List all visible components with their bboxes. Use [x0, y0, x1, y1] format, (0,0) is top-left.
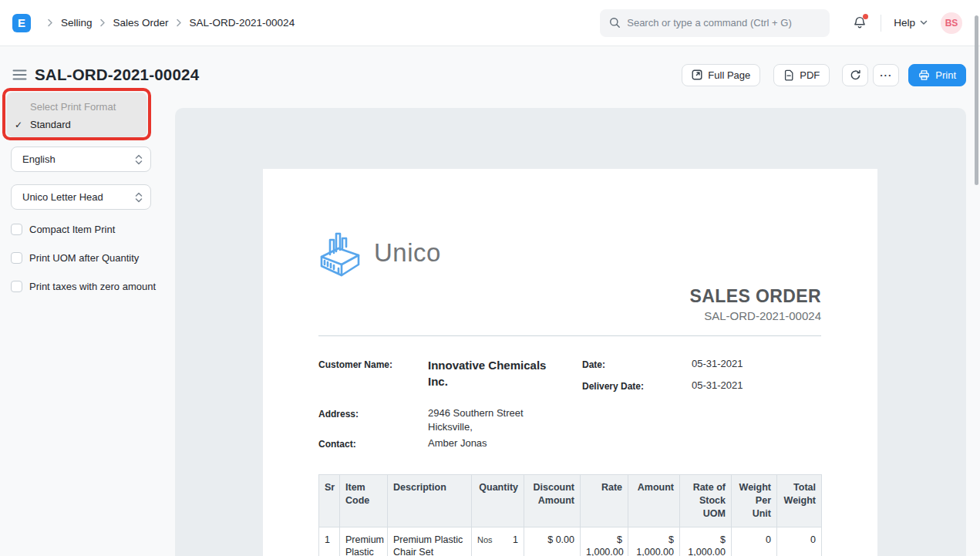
checkbox-compact-item-print[interactable]: Compact Item Print: [11, 224, 115, 235]
print-format-placeholder-option[interactable]: Select Print Format: [7, 98, 146, 116]
checkbox-label: Compact Item Print: [29, 224, 115, 235]
full-page-button[interactable]: Full Page: [682, 64, 760, 86]
refresh-button[interactable]: [842, 64, 868, 86]
document-number: SAL-ORD-2021-00024: [318, 309, 821, 322]
cell-qty-value: 1: [513, 534, 518, 547]
fields-left-column: Customer Name: Innovative Chemicals Inc.…: [318, 357, 582, 451]
address-label: Address:: [318, 406, 428, 433]
col-header-description: Description: [388, 474, 472, 527]
user-avatar[interactable]: BS: [941, 12, 962, 34]
more-options-button[interactable]: ···: [873, 64, 899, 86]
checkbox-label: Print taxes with zero amount: [29, 281, 156, 292]
col-header-rate-of-stock-uom: Rate of Stock UOM: [680, 474, 732, 527]
breadcrumb: Selling Sales Order SAL-ORD-2021-00024: [40, 17, 295, 29]
ellipsis-icon: ···: [880, 69, 892, 81]
print-label: Print: [935, 69, 956, 81]
cell-sr: 1: [319, 527, 340, 556]
delivery-date-row: Delivery Date: 05-31-2021: [582, 379, 821, 393]
help-menu[interactable]: Help: [894, 17, 928, 29]
cell-rate: $ 1,000.00: [581, 527, 628, 556]
letterhead-company-name: Unico: [374, 238, 441, 268]
page-title: SAL-ORD-2021-00024: [35, 66, 199, 84]
cell-description: Premium Plastic Chair Set: [388, 527, 472, 556]
checkbox-print-uom-after-quantity[interactable]: Print UOM after Quantity: [11, 252, 139, 264]
breadcrumb-sales-order[interactable]: Sales Order: [113, 17, 169, 29]
fields-right-column: Date: 05-31-2021 Delivery Date: 05-31-20…: [582, 357, 821, 451]
navbar-left: E Selling Sales Order SAL-ORD-2021-00024: [12, 14, 295, 32]
col-header-sr: Sr: [319, 474, 340, 527]
letterhead-value: Unico Letter Head: [22, 191, 103, 203]
checkbox-print-taxes-zero-amount[interactable]: Print taxes with zero amount: [11, 281, 156, 292]
document-title: SALES ORDER: [318, 286, 821, 307]
customer-name-value: Innovative Chemicals Inc.: [428, 357, 547, 389]
sidebar-toggle-icon[interactable]: [12, 69, 27, 80]
search-icon: [609, 17, 621, 29]
global-search[interactable]: [600, 9, 830, 37]
scrollbar[interactable]: [975, 15, 978, 185]
address-row: Address: 2946 Southern Street Hicksville…: [318, 406, 582, 433]
refresh-icon: [850, 69, 861, 81]
col-header-quantity: Quantity: [472, 474, 524, 527]
annotation-highlight-box: Select Print Format ✓ Standard: [2, 88, 151, 140]
pdf-file-icon: [783, 69, 794, 81]
customer-name-label: Customer Name:: [318, 357, 428, 389]
delivery-date-value: 05-31-2021: [692, 379, 743, 393]
chevron-right-icon: [176, 19, 183, 27]
language-select[interactable]: English: [11, 147, 151, 172]
notification-dot: [863, 14, 868, 19]
print-format-dropdown: Select Print Format ✓ Standard: [7, 93, 146, 136]
navbar-right: Help BS: [600, 9, 962, 37]
items-table: Sr Item Code Description Quantity Discou…: [318, 474, 822, 556]
language-value: English: [22, 153, 56, 165]
notifications-button[interactable]: [853, 15, 867, 30]
customer-name-row: Customer Name: Innovative Chemicals Inc.: [318, 357, 582, 389]
chevron-right-icon: [47, 19, 54, 27]
print-format-option-standard[interactable]: ✓ Standard: [7, 116, 146, 133]
cell-amount: $ 1,000.00: [628, 527, 680, 556]
breadcrumb-selling[interactable]: Selling: [61, 17, 93, 29]
col-header-discount-amount: Discount Amount: [524, 474, 581, 527]
factory-logo-icon: [318, 229, 362, 277]
pdf-label: PDF: [800, 69, 820, 81]
navbar: E Selling Sales Order SAL-ORD-2021-00024: [0, 0, 980, 46]
cell-weight-per-unit: 0: [732, 527, 777, 556]
col-header-rate: Rate: [581, 474, 628, 527]
checkbox-icon: [11, 281, 22, 292]
cell-quantity: Nos 1: [472, 527, 524, 556]
cell-uom: Nos: [477, 534, 493, 546]
checkmark-icon: ✓: [7, 120, 30, 130]
app-logo-icon[interactable]: E: [12, 14, 31, 32]
title-row: SAL-ORD-2021-00024 Full Page PDF ··· Pri…: [12, 59, 966, 91]
col-header-amount: Amount: [628, 474, 680, 527]
search-input[interactable]: [627, 17, 820, 29]
letterhead-select[interactable]: Unico Letter Head: [11, 184, 151, 210]
items-table-row: 1 Premium Plastic Chair Premium Plastic …: [319, 527, 822, 556]
items-table-header-row: Sr Item Code Description Quantity Discou…: [319, 474, 822, 527]
chevron-down-icon: [920, 20, 928, 25]
chevron-right-icon: [99, 19, 106, 27]
contact-value: Amber Jonas: [428, 436, 487, 451]
full-page-label: Full Page: [708, 69, 750, 81]
toolbar-actions: Full Page PDF ··· Print: [682, 64, 966, 86]
contact-row: Contact: Amber Jonas: [318, 436, 582, 451]
document-fields: Customer Name: Innovative Chemicals Inc.…: [318, 357, 821, 451]
breadcrumb-current[interactable]: SAL-ORD-2021-00024: [190, 17, 295, 29]
print-button[interactable]: Print: [908, 64, 966, 86]
cell-item-code: Premium Plastic Chair: [340, 527, 388, 556]
print-page: Unico SALES ORDER SAL-ORD-2021-00024 Cus…: [263, 169, 877, 556]
cell-total-weight: 0: [777, 527, 822, 556]
document-divider: [318, 335, 821, 336]
contact-label: Contact:: [318, 436, 428, 451]
cell-discount-amount: $ 0.00: [524, 527, 581, 556]
checkbox-icon: [11, 224, 22, 235]
letterhead: Unico: [318, 229, 821, 277]
date-row: Date: 05-31-2021: [582, 357, 821, 372]
help-label: Help: [894, 17, 915, 29]
select-chevrons-icon: [135, 191, 143, 204]
cell-rate-of-stock-uom: $ 1,000.00: [680, 527, 732, 556]
print-format-selected-label: Standard: [30, 119, 71, 130]
pdf-button[interactable]: PDF: [773, 64, 830, 86]
col-header-total-weight: Total Weight: [777, 474, 822, 527]
full-page-icon: [692, 69, 702, 80]
col-header-item-code: Item Code: [340, 474, 388, 527]
